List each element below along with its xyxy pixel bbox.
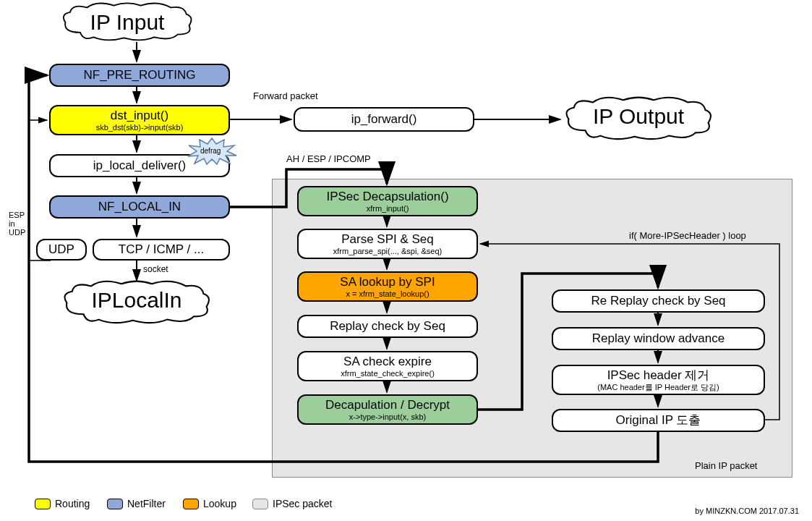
cloud-ip-output: IP Output bbox=[563, 96, 714, 140]
rereplay-title: Re Replay check by Seq bbox=[591, 294, 725, 308]
original-title: Original IP 도출 bbox=[616, 413, 701, 428]
node-ip-forward: ip_forward() bbox=[294, 107, 474, 132]
dst-input-title: dst_input() bbox=[111, 109, 168, 123]
defrag-label: defrag bbox=[200, 147, 221, 155]
legend-lookup-label: Lookup bbox=[203, 498, 236, 509]
tcp-title: TCP / ICMP / ... bbox=[119, 242, 204, 257]
advance-title: Replay window advance bbox=[592, 331, 725, 346]
node-replay: Replay check by Seq bbox=[297, 315, 478, 338]
node-parse: Parse SPI & Seq xfrm_parse_spi(..., &spi… bbox=[297, 229, 478, 259]
legend-ipsec: IPSec packet bbox=[252, 498, 333, 509]
node-lookup: SA lookup by SPI x = xfrm_state_lookup() bbox=[297, 271, 478, 302]
node-dst-input: dst_input() skb_dst(skb)->input(skb) bbox=[49, 105, 230, 135]
cloud-input-label: IP Input bbox=[90, 10, 165, 35]
node-remove: IPSec header 제거 (MAC header를 IP Header로 … bbox=[552, 365, 765, 395]
local-in-title: NF_LOCAL_IN bbox=[98, 200, 181, 214]
remove-sub: (MAC header를 IP Header로 당김) bbox=[597, 383, 719, 391]
dst-input-sub: skb_dst(skb)->input(skb) bbox=[96, 123, 184, 132]
decap-title: IPSec Decapsulation() bbox=[326, 190, 448, 204]
node-pre-routing: NF_PRE_ROUTING bbox=[49, 64, 230, 87]
local-deliver-title: ip_local_deliver() bbox=[93, 158, 187, 173]
node-advance: Replay window advance bbox=[552, 327, 765, 350]
starburst-defrag: defrag bbox=[187, 137, 237, 165]
node-expire: SA check expire xfrm_state_check_expire(… bbox=[297, 351, 478, 381]
cloud-ip-local: IPLocalIn bbox=[61, 280, 213, 323]
node-rereplay: Re Replay check by Seq bbox=[552, 289, 765, 313]
node-local-in: NF_LOCAL_IN bbox=[49, 195, 230, 219]
lookup-sub: x = xfrm_state_lookup() bbox=[346, 289, 429, 298]
label-plain: Plain IP packet bbox=[695, 460, 757, 471]
label-loop: if( More-IPSecHeader ) loop bbox=[629, 230, 746, 241]
legend-routing-label: Routing bbox=[55, 498, 90, 509]
udp-title: UDP bbox=[48, 242, 74, 257]
node-tcp: TCP / ICMP / ... bbox=[93, 239, 230, 260]
credit-label: by MINZKN.COM 2017.07.31 bbox=[695, 507, 799, 515]
decap-sub: xfrm_input() bbox=[367, 204, 409, 213]
legend-netfilter-label: NetFilter bbox=[127, 498, 166, 509]
decrypt-title: Decapulation / Decrypt bbox=[325, 398, 450, 412]
label-ah-esp: AH / ESP / IPCOMP bbox=[286, 153, 371, 164]
legend-ipsec-label: IPSec packet bbox=[273, 498, 333, 509]
parse-sub: xfrm_parse_spi(..., &spi, &seq) bbox=[333, 247, 442, 255]
node-decrypt: Decapulation / Decrypt x->type->input(x,… bbox=[297, 394, 478, 425]
lookup-title: SA lookup by SPI bbox=[340, 275, 435, 289]
label-socket: socket bbox=[143, 264, 168, 274]
legend-lookup: Lookup bbox=[183, 498, 236, 509]
cloud-output-label: IP Output bbox=[593, 104, 684, 129]
label-esp-udp: ESP in UDP bbox=[9, 211, 25, 237]
cloud-local-label: IPLocalIn bbox=[91, 288, 181, 313]
forward-title: ip_forward() bbox=[351, 112, 417, 127]
cloud-ip-input: IP Input bbox=[60, 2, 195, 44]
label-forward-packet: Forward packet bbox=[253, 90, 318, 101]
expire-sub: xfrm_state_check_expire() bbox=[341, 369, 435, 378]
parse-title: Parse SPI & Seq bbox=[341, 232, 434, 247]
node-decap: IPSec Decapsulation() xfrm_input() bbox=[297, 186, 478, 216]
legend-routing: Routing bbox=[35, 498, 90, 509]
decrypt-sub: x->type->input(x, skb) bbox=[349, 412, 426, 421]
remove-title: IPSec header 제거 bbox=[607, 368, 710, 383]
legend-netfilter: NetFilter bbox=[107, 498, 166, 509]
pre-routing-title: NF_PRE_ROUTING bbox=[84, 68, 196, 82]
node-original: Original IP 도출 bbox=[552, 409, 765, 432]
expire-title: SA check expire bbox=[343, 355, 432, 369]
replay-title: Replay check by Seq bbox=[330, 319, 445, 334]
node-udp: UDP bbox=[36, 239, 87, 260]
